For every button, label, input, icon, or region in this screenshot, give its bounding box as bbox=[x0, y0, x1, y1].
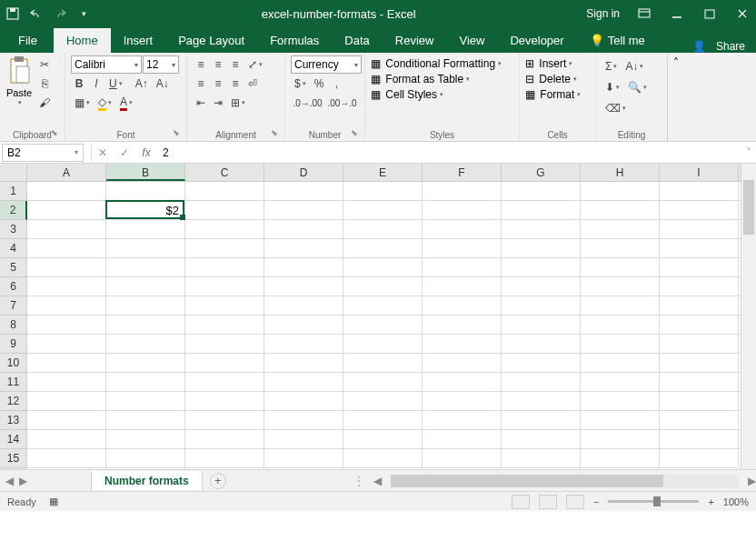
col-header[interactable]: I bbox=[660, 164, 739, 181]
save-icon[interactable] bbox=[5, 6, 20, 21]
merge-center-icon[interactable]: ⊞▾ bbox=[227, 94, 249, 112]
row-header[interactable]: 8 bbox=[0, 316, 27, 335]
sheet-next-icon[interactable]: ▶ bbox=[19, 475, 27, 487]
tab-pagelayout[interactable]: Page Layout bbox=[165, 28, 257, 53]
percent-format-icon[interactable]: % bbox=[311, 75, 328, 93]
number-launcher-icon[interactable]: ⬊ bbox=[351, 128, 362, 139]
name-box[interactable]: B2▾ bbox=[2, 144, 84, 162]
paste-icon[interactable] bbox=[5, 55, 33, 86]
row-header[interactable]: 5 bbox=[0, 258, 27, 277]
number-format-combo[interactable]: Currency▾ bbox=[291, 55, 362, 74]
col-header[interactable]: B bbox=[106, 164, 185, 181]
normal-view-icon[interactable] bbox=[512, 495, 530, 509]
signin-link[interactable]: Sign in bbox=[586, 7, 620, 20]
col-header[interactable]: E bbox=[343, 164, 423, 181]
formula-input[interactable]: 2 bbox=[157, 146, 741, 159]
zoom-slider[interactable] bbox=[608, 500, 699, 503]
page-layout-view-icon[interactable] bbox=[539, 495, 557, 509]
sheet-prev-icon[interactable]: ◀ bbox=[5, 475, 14, 487]
conditional-formatting-button[interactable]: ▦ Conditional Formatting▾ bbox=[371, 57, 513, 70]
page-break-view-icon[interactable] bbox=[566, 495, 584, 509]
row-header[interactable]: 15 bbox=[0, 449, 27, 468]
share-button[interactable]: 👤 Share bbox=[692, 40, 754, 53]
tab-file[interactable]: File bbox=[2, 28, 54, 53]
copy-icon[interactable]: ⎘ bbox=[35, 75, 54, 93]
row-header[interactable]: 6 bbox=[0, 277, 27, 296]
col-header[interactable]: H bbox=[581, 164, 660, 181]
sheet-nav[interactable]: ◀▶ bbox=[0, 475, 36, 487]
decrease-indent-icon[interactable]: ⇤ bbox=[193, 94, 209, 112]
macro-record-icon[interactable]: ▦ bbox=[49, 496, 58, 507]
insert-cells-button[interactable]: ⊞ Insert▾ bbox=[525, 57, 590, 70]
vscroll-thumb[interactable] bbox=[743, 180, 754, 235]
hscroll-left-icon[interactable]: ◀ bbox=[373, 475, 382, 487]
font-name-combo[interactable]: Calibri▾ bbox=[71, 55, 142, 74]
row-header[interactable]: 9 bbox=[0, 335, 27, 354]
col-header[interactable]: F bbox=[423, 164, 502, 181]
row-header[interactable]: 12 bbox=[0, 392, 27, 411]
row-header[interactable]: 11 bbox=[0, 373, 27, 392]
decrease-font-icon[interactable]: A↓ bbox=[153, 75, 173, 93]
fill-color-icon[interactable]: ◇▾ bbox=[94, 94, 115, 112]
accounting-format-icon[interactable]: $▾ bbox=[291, 75, 310, 93]
fx-icon[interactable]: fx bbox=[135, 146, 157, 159]
tab-tellme[interactable]: 💡Tell me bbox=[577, 28, 658, 53]
tab-data[interactable]: Data bbox=[332, 28, 382, 53]
hscroll-right-icon[interactable]: ▶ bbox=[748, 475, 756, 487]
zoom-level[interactable]: 100% bbox=[723, 496, 749, 507]
col-header[interactable]: A bbox=[27, 164, 106, 181]
wrap-text-icon[interactable]: ⏎ bbox=[244, 75, 261, 93]
sort-filter-icon[interactable]: A↓▾ bbox=[622, 57, 647, 75]
tab-review[interactable]: Review bbox=[383, 28, 447, 53]
align-top-icon[interactable]: ≡ bbox=[193, 55, 209, 74]
bold-button[interactable]: B bbox=[71, 75, 87, 93]
row-header[interactable]: 2 bbox=[0, 201, 27, 220]
close-icon[interactable] bbox=[734, 5, 751, 22]
enter-formula-icon[interactable]: ✓ bbox=[114, 146, 135, 159]
active-cell[interactable]: $2 bbox=[105, 200, 184, 219]
align-bottom-icon[interactable]: ≡ bbox=[227, 55, 244, 74]
undo-icon[interactable] bbox=[29, 6, 44, 21]
underline-button[interactable]: U▾ bbox=[105, 75, 126, 93]
autosum-icon[interactable]: Σ▾ bbox=[602, 57, 621, 75]
qat-customize-icon[interactable]: ▾ bbox=[76, 6, 91, 21]
format-as-table-button[interactable]: ▦ Format as Table▾ bbox=[371, 73, 513, 85]
align-left-icon[interactable]: ≡ bbox=[193, 75, 209, 93]
clipboard-launcher-icon[interactable]: ⬊ bbox=[51, 128, 62, 139]
row-header[interactable]: 13 bbox=[0, 411, 27, 430]
row-header[interactable]: 3 bbox=[0, 220, 27, 239]
collapse-ribbon-icon[interactable]: ˄ bbox=[667, 53, 683, 141]
col-header[interactable]: D bbox=[264, 164, 343, 181]
find-select-icon[interactable]: 🔍▾ bbox=[624, 78, 651, 96]
paste-dropdown[interactable]: ▾ bbox=[18, 99, 22, 106]
expand-formula-icon[interactable]: ˅ bbox=[741, 146, 756, 159]
col-header[interactable]: C bbox=[185, 164, 264, 181]
cell-styles-button[interactable]: ▦ Cell Styles▾ bbox=[371, 88, 513, 101]
format-cells-button[interactable]: ▦ Format▾ bbox=[525, 88, 590, 101]
fill-handle[interactable] bbox=[180, 215, 185, 220]
align-center-icon[interactable]: ≡ bbox=[210, 75, 226, 93]
italic-button[interactable]: I bbox=[88, 75, 104, 93]
row-header[interactable]: 4 bbox=[0, 239, 27, 258]
hscroll-thumb[interactable] bbox=[391, 475, 663, 487]
zoom-thumb[interactable] bbox=[653, 496, 661, 506]
format-painter-icon[interactable]: 🖌 bbox=[35, 94, 54, 112]
font-launcher-icon[interactable]: ⬊ bbox=[173, 128, 184, 139]
align-right-icon[interactable]: ≡ bbox=[227, 75, 244, 93]
select-all-corner[interactable] bbox=[0, 164, 27, 181]
borders-icon[interactable]: ▦▾ bbox=[71, 94, 94, 112]
sheet-tab[interactable]: Number formats bbox=[91, 471, 203, 490]
increase-font-icon[interactable]: A↑ bbox=[132, 75, 152, 93]
ribbon-options-icon[interactable] bbox=[636, 5, 652, 22]
tab-home[interactable]: Home bbox=[54, 28, 111, 53]
increase-decimal-icon[interactable]: .0→.00 bbox=[291, 94, 324, 112]
minimize-icon[interactable] bbox=[669, 5, 685, 22]
maximize-icon[interactable] bbox=[701, 5, 718, 22]
font-color-icon[interactable]: A▾ bbox=[116, 94, 136, 112]
alignment-launcher-icon[interactable]: ⬊ bbox=[271, 128, 282, 139]
clear-icon[interactable]: ⌫▾ bbox=[602, 99, 630, 117]
zoom-in-icon[interactable]: + bbox=[708, 496, 713, 507]
horizontal-scrollbar[interactable] bbox=[391, 475, 739, 487]
redo-icon[interactable] bbox=[53, 6, 67, 21]
tab-insert[interactable]: Insert bbox=[111, 28, 166, 53]
